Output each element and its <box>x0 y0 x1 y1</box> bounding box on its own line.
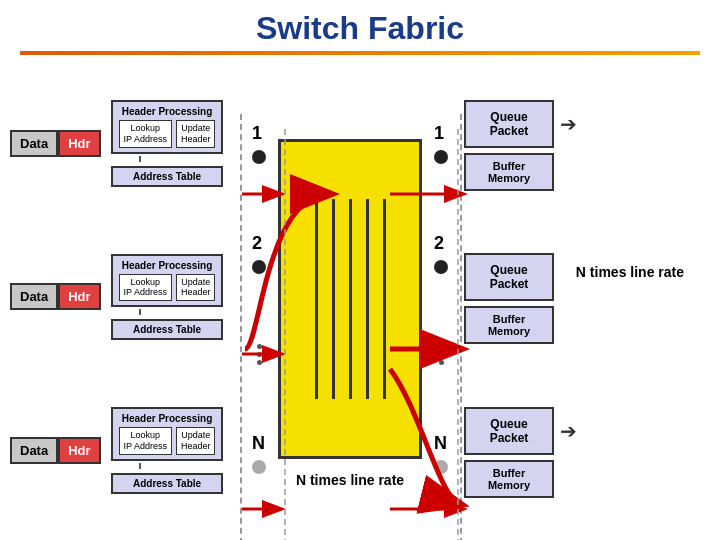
buffer-box-1: BufferMemory <box>464 153 554 191</box>
lookup-box-1: LookupIP Address <box>119 120 172 148</box>
data-label-3: Data <box>10 437 58 464</box>
title-bar: Switch Fabric <box>0 0 720 59</box>
page-title: Switch Fabric <box>0 10 720 47</box>
dot-left-2 <box>252 260 266 274</box>
lookup-box-2: LookupIP Address <box>119 274 172 302</box>
right-block-3: QueuePacket ➔ BufferMemory <box>464 407 694 498</box>
header-proc-title-3: Header Processing <box>119 413 216 424</box>
dashed-connector-2 <box>139 309 224 315</box>
row-block-1: Data Hdr Header Processing LookupIP Addr… <box>10 100 240 191</box>
addr-table-2: Address Table <box>111 319 224 340</box>
header-proc-box-3: Header Processing LookupIP Address Updat… <box>111 407 224 461</box>
num-right-3: N <box>434 433 448 454</box>
fabric-line-3 <box>349 199 352 400</box>
dashed-connector-1 <box>139 156 224 162</box>
fabric-line-1 <box>315 199 318 400</box>
right-block-1: QueuePacket ➔ BufferMemory <box>464 100 694 191</box>
arrow-right-1: ➔ <box>560 112 577 136</box>
n-times-label-center: N times line rate <box>296 472 404 488</box>
header-proc-box-1: Header Processing LookupIP Address Updat… <box>111 100 224 154</box>
dot-left-3 <box>252 460 266 474</box>
queue-box-2: QueuePacket <box>464 253 554 301</box>
vertical-dots-right <box>439 344 444 365</box>
update-box-2: UpdateHeader <box>176 274 216 302</box>
fabric-line-5 <box>383 199 386 400</box>
center-area: 1 2 N <box>240 69 460 529</box>
addr-table-3: Address Table <box>111 473 224 494</box>
right-numbers-col: 1 2 N <box>422 79 460 519</box>
queue-box-1: QueuePacket <box>464 100 554 148</box>
dot-right-1 <box>434 150 448 164</box>
vertical-dots-left <box>257 344 262 365</box>
hdr-label-2: Hdr <box>58 283 100 310</box>
row-block-2: Data Hdr Header Processing LookupIP Addr… <box>10 254 240 345</box>
fabric-line-4 <box>366 199 369 400</box>
lookup-box-3: LookupIP Address <box>119 427 172 455</box>
hdr-label-3: Hdr <box>58 437 100 464</box>
data-label-2: Data <box>10 283 58 310</box>
dashed-connector-3 <box>139 463 224 469</box>
dot-right-2 <box>434 260 448 274</box>
n-times-label-right: N times line rate <box>576 264 684 280</box>
left-column: Data Hdr Header Processing LookupIP Addr… <box>10 69 240 529</box>
num-left-1: 1 <box>252 123 266 144</box>
arrow-right-3: ➔ <box>560 419 577 443</box>
addr-table-1: Address Table <box>111 166 224 187</box>
left-numbers-col: 1 2 N <box>240 79 278 519</box>
num-right-2: 2 <box>434 233 448 254</box>
hdr-label-1: Hdr <box>58 130 100 157</box>
buffer-box-2: BufferMemory <box>464 306 554 344</box>
header-proc-title-1: Header Processing <box>119 106 216 117</box>
queue-box-3: QueuePacket <box>464 407 554 455</box>
num-left-3: N <box>252 433 266 454</box>
num-left-2: 2 <box>252 233 266 254</box>
fabric-line-2 <box>332 199 335 400</box>
header-proc-box-2: Header Processing LookupIP Address Updat… <box>111 254 224 308</box>
buffer-box-3: BufferMemory <box>464 460 554 498</box>
update-box-1: UpdateHeader <box>176 120 216 148</box>
update-box-3: UpdateHeader <box>176 427 216 455</box>
switch-fabric-center: N times line rate <box>278 139 422 459</box>
dot-right-3 <box>434 460 448 474</box>
header-proc-title-2: Header Processing <box>119 260 216 271</box>
separator-right <box>460 114 462 540</box>
data-label-1: Data <box>10 130 58 157</box>
row-block-3: Data Hdr Header Processing LookupIP Addr… <box>10 407 240 498</box>
dot-left-1 <box>252 150 266 164</box>
right-block-2: QueuePacket BufferMemory N times line ra… <box>464 253 694 344</box>
right-column: QueuePacket ➔ BufferMemory QueuePacket B… <box>464 69 694 529</box>
title-underline <box>20 51 700 55</box>
num-right-1: 1 <box>434 123 448 144</box>
